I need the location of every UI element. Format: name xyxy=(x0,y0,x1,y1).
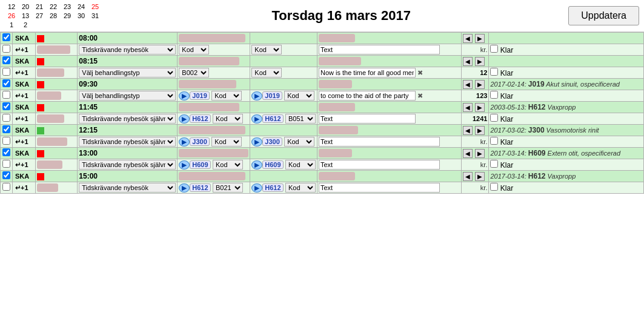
treatment-select[interactable]: Välj behandlingstyp xyxy=(79,68,176,77)
ska-checkbox[interactable] xyxy=(2,171,10,179)
text-input-cell[interactable] xyxy=(317,136,462,148)
code2-select[interactable]: Kod xyxy=(251,45,282,54)
text-input[interactable] xyxy=(319,45,440,54)
text-input-cell[interactable] xyxy=(317,159,462,171)
code2-select[interactable]: Kod xyxy=(284,91,314,100)
text-input-cell[interactable] xyxy=(317,44,462,56)
klar-checkbox-cell[interactable]: Klar xyxy=(489,136,644,148)
nav-back-button[interactable]: ◀ xyxy=(463,103,473,112)
nav-forward-button[interactable]: ▶ xyxy=(475,80,485,89)
treatment-select[interactable]: Tidskrävande nybesök xyxy=(79,45,176,54)
text-input-cell[interactable] xyxy=(317,182,462,194)
code1-cell[interactable]: Kod xyxy=(178,44,250,56)
treatment-cell[interactable]: Tidskrävande nybesök xyxy=(78,182,178,194)
plus-checkbox-cell[interactable] xyxy=(1,44,13,56)
ska-checkbox-cell[interactable] xyxy=(1,33,13,44)
plus-checkbox[interactable] xyxy=(2,137,10,145)
klar-checkbox[interactable] xyxy=(490,183,498,191)
code1-select[interactable]: B002 xyxy=(179,68,209,77)
ska-checkbox-cell[interactable] xyxy=(1,148,13,159)
plus-checkbox[interactable] xyxy=(2,45,10,53)
nav-back-button[interactable]: ◀ xyxy=(463,57,473,66)
update-button[interactable]: Uppdatera xyxy=(568,6,639,25)
nav-cell[interactable]: ◀ ▶ xyxy=(462,56,489,67)
code2-nav-button[interactable]: ▶ xyxy=(251,183,262,193)
code1-select[interactable]: B021 xyxy=(213,183,243,193)
code2-cell[interactable]: ▶J019 Kod xyxy=(250,90,317,102)
plus-checkbox[interactable] xyxy=(2,183,10,191)
clear-text-button[interactable]: ✖ xyxy=(417,69,423,77)
code2-cell[interactable]: Kod xyxy=(250,67,317,79)
ska-checkbox[interactable] xyxy=(2,33,10,41)
klar-checkbox-cell[interactable]: Klar xyxy=(489,113,644,125)
nav-cell[interactable]: ◀ ▶ xyxy=(462,33,489,44)
ska-checkbox-cell[interactable] xyxy=(1,171,13,182)
code1-nav-button[interactable]: ▶ xyxy=(179,137,190,147)
nav-back-button[interactable]: ◀ xyxy=(463,172,473,181)
code1-nav-button[interactable]: ▶ xyxy=(179,160,190,170)
ska-checkbox-cell[interactable] xyxy=(1,56,13,67)
code2-cell[interactable]: ▶J300 Kod xyxy=(250,136,317,148)
code2-cell[interactable]: ▶H612 Kod xyxy=(250,182,317,194)
treatment-cell[interactable]: Tidskrävande nybesök xyxy=(78,44,178,56)
code1-nav-button[interactable]: ▶ xyxy=(179,91,190,100)
nav-forward-button[interactable]: ▶ xyxy=(475,149,485,158)
nav-back-button[interactable]: ◀ xyxy=(463,80,473,89)
treatment-cell[interactable]: Tidskrävande nybesök självrisl xyxy=(78,136,178,148)
plus-checkbox-cell[interactable] xyxy=(1,182,13,194)
treatment-select[interactable]: Tidskrävande nybesök xyxy=(79,183,176,193)
nav-forward-button[interactable]: ▶ xyxy=(475,34,485,43)
ska-checkbox-cell[interactable] xyxy=(1,79,13,90)
plus-checkbox-cell[interactable] xyxy=(1,67,13,79)
nav-cell[interactable]: ◀ ▶ xyxy=(462,79,489,90)
nav-back-button[interactable]: ◀ xyxy=(463,149,473,158)
code1-cell[interactable]: B002 xyxy=(178,67,250,79)
klar-checkbox-cell[interactable]: Klar xyxy=(489,90,644,102)
nav-cell[interactable]: ◀ ▶ xyxy=(462,102,489,113)
code1-select[interactable]: Kod xyxy=(211,137,242,147)
nav-forward-button[interactable]: ▶ xyxy=(475,172,485,181)
klar-checkbox[interactable] xyxy=(490,68,498,76)
klar-checkbox-cell[interactable]: Klar xyxy=(489,44,644,56)
plus-checkbox[interactable] xyxy=(2,114,10,122)
ska-checkbox[interactable] xyxy=(2,148,10,156)
code1-nav-button[interactable]: ▶ xyxy=(179,183,190,193)
klar-checkbox[interactable] xyxy=(490,91,498,99)
code1-select[interactable]: Kod xyxy=(213,160,243,170)
nav-back-button[interactable]: ◀ xyxy=(463,126,473,135)
ska-checkbox[interactable] xyxy=(2,56,10,64)
code1-cell[interactable]: ▶H612 Kod xyxy=(178,113,250,125)
text-input[interactable] xyxy=(319,183,440,193)
code1-cell[interactable]: ▶H612 B021 xyxy=(178,182,250,194)
ska-checkbox[interactable] xyxy=(2,125,10,133)
klar-checkbox[interactable] xyxy=(490,137,498,145)
nav-forward-button[interactable]: ▶ xyxy=(475,57,485,66)
text-input[interactable] xyxy=(319,68,416,77)
code1-cell[interactable]: ▶H609 Kod xyxy=(178,159,250,171)
treatment-cell[interactable]: Tidskrävande nybesök självrisl xyxy=(78,113,178,125)
treatment-select[interactable]: Välj behandlingstyp xyxy=(79,91,176,100)
code2-nav-button[interactable]: ▶ xyxy=(251,91,262,100)
code1-select[interactable]: Kod xyxy=(179,45,209,54)
code1-cell[interactable]: ▶J300 Kod xyxy=(178,136,250,148)
treatment-cell[interactable]: Välj behandlingstyp xyxy=(78,67,178,79)
code2-cell[interactable]: Kod xyxy=(250,44,317,56)
ska-checkbox-cell[interactable] xyxy=(1,125,13,136)
ska-checkbox[interactable] xyxy=(2,102,10,110)
plus-checkbox-cell[interactable] xyxy=(1,90,13,102)
plus-checkbox-cell[interactable] xyxy=(1,136,13,148)
code2-nav-button[interactable]: ▶ xyxy=(251,114,262,124)
code1-select[interactable]: Kod xyxy=(211,91,242,100)
klar-checkbox-cell[interactable]: Klar xyxy=(489,67,644,79)
code2-select[interactable]: B051 xyxy=(285,114,316,124)
code2-select[interactable]: Kod xyxy=(285,160,316,170)
ska-checkbox-cell[interactable] xyxy=(1,102,13,113)
text-input[interactable] xyxy=(319,91,416,100)
treatment-cell[interactable]: Tidskrävande nybesök självrisl xyxy=(78,159,178,171)
plus-checkbox-cell[interactable] xyxy=(1,113,13,125)
klar-checkbox-cell[interactable]: Klar xyxy=(489,182,644,194)
text-input[interactable] xyxy=(319,160,440,170)
nav-cell[interactable]: ◀ ▶ xyxy=(462,148,489,159)
code2-nav-button[interactable]: ▶ xyxy=(251,160,262,170)
nav-back-button[interactable]: ◀ xyxy=(463,34,473,43)
